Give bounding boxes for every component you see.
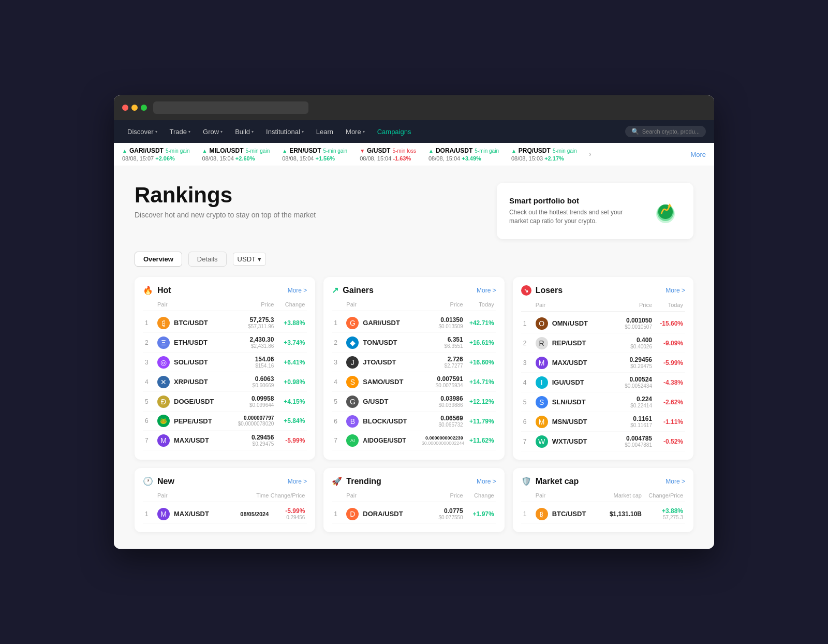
gainers-more-button[interactable]: More >: [477, 287, 496, 294]
table-row[interactable]: 2 Ξ ETH/USDT 2,430.30 $2,431.86 +3.74%: [143, 333, 307, 353]
market-cap-icon: 🛡️: [521, 476, 531, 486]
chevron-icon: ▾: [363, 129, 365, 134]
coin-icon-sln: S: [536, 396, 548, 408]
ticker-item-ern[interactable]: ▲ ERN/USDT 5-min gain 08/08, 15:04 +1.56…: [282, 147, 347, 162]
ticker-item-dora[interactable]: ▲ DORA/USDT 5-min gain 08/08, 15:04 +3.4…: [428, 147, 499, 162]
rankings-grid: 🔥 Hot More > Pair Price Change 1 ₿ BTC/U…: [135, 277, 693, 532]
table-row[interactable]: 4 ✕ XRP/USDT 0.6063 $0.60669 +0.98%: [143, 372, 307, 392]
coin-icon-max2: M: [536, 357, 548, 369]
trending-icon: 🚀: [332, 476, 342, 486]
ticker-item-prq[interactable]: ▲ PRQ/USDT 5-min gain 08/08, 15:03 +2.17…: [511, 147, 577, 162]
address-bar[interactable]: [153, 101, 308, 114]
ticker-more-button[interactable]: More: [690, 151, 706, 158]
nav-build[interactable]: Build ▾: [230, 125, 259, 139]
losers-card-header: ↘ Losers More >: [521, 285, 685, 296]
up-arrow-icon: ▲: [282, 148, 287, 154]
coin-icon-dora: D: [346, 508, 359, 520]
table-row[interactable]: 6 🐸 PEPE/USDT 0.000007797 $0.0000078020 …: [143, 412, 307, 431]
smart-bot-card[interactable]: Smart portfolio bot Check out the hottes…: [497, 183, 693, 239]
chevron-icon: ▾: [302, 129, 304, 134]
table-row[interactable]: 1 M MAX/USDT 08/05/2024 -5.99% 0.29456: [143, 504, 307, 524]
market-cap-card-title: 🛡️ Market cap: [521, 476, 579, 486]
coin-icon-samo: S: [346, 376, 359, 388]
ticker-item-milo[interactable]: ▲ MILO/USDT 5-min gain 08/08, 15:04 +2.6…: [202, 147, 270, 162]
hot-icon: 🔥: [143, 285, 153, 295]
page-subtitle: Discover hot and new crypto to stay on t…: [135, 211, 316, 219]
table-row[interactable]: 4 S SAMO/USDT 0.007591 $0.0075934 +14.71…: [332, 372, 496, 392]
svg-point-2: [658, 204, 673, 219]
coin-icon-msn: M: [536, 416, 548, 428]
table-row[interactable]: 1 D DORA/USDT 0.0775 $0.077550 +1.97%: [332, 504, 496, 524]
table-row[interactable]: 5 Ð DOGE/USDT 0.09958 $0.099644 +4.15%: [143, 392, 307, 412]
table-row[interactable]: 3 ◎ SOL/USDT 154.06 $154.16 +6.41%: [143, 353, 307, 372]
coin-icon-g: G: [346, 396, 359, 408]
smart-bot-title: Smart portfolio bot: [509, 196, 642, 205]
coin-icon-aidoge: AI: [346, 434, 359, 447]
table-row[interactable]: 1 ₿ BTC/USDT 57,275.3 $57,311.96 +3.88%: [143, 313, 307, 333]
coin-icon-ton: ◆: [346, 336, 359, 349]
new-more-button[interactable]: More >: [288, 478, 307, 485]
trending-card-header: 🚀 Trending More >: [332, 476, 496, 486]
page-header: Rankings Discover hot and new crypto to …: [135, 183, 693, 239]
table-row[interactable]: 1 O OMN/USDT 0.001050 $0.0010507 -15.60%: [521, 314, 685, 333]
up-arrow-icon: ▲: [511, 148, 516, 154]
nav-discover[interactable]: Discover ▾: [122, 125, 162, 139]
maximize-dot[interactable]: [141, 105, 147, 111]
table-row[interactable]: 6 B BLOCK/USDT 0.06569 $0.065732 +11.79%: [332, 412, 496, 431]
trending-table-header: Pair Price Change: [332, 492, 496, 502]
up-arrow-icon: ▲: [122, 148, 127, 154]
losers-more-button[interactable]: More >: [666, 287, 685, 294]
coin-icon-pepe: 🐸: [157, 415, 170, 427]
table-row[interactable]: 6 M MSN/USDT 0.1161 $0.11617 -1.11%: [521, 412, 685, 432]
nav-more[interactable]: More ▾: [341, 125, 370, 139]
trending-more-button[interactable]: More >: [477, 478, 496, 485]
table-row[interactable]: 7 W WXT/USDT 0.004785 $0.0047881 -0.52%: [521, 432, 685, 451]
ticker-next-icon[interactable]: ›: [589, 151, 592, 158]
market-cap-more-button[interactable]: More >: [666, 478, 685, 485]
coin-icon-omn: O: [536, 317, 548, 330]
page-title-section: Rankings Discover hot and new crypto to …: [135, 183, 316, 219]
nav-institutional[interactable]: Institutional ▾: [261, 125, 309, 139]
coin-icon-jto: J: [346, 356, 359, 369]
coin-icon-block: B: [346, 415, 359, 428]
table-row[interactable]: 4 I IGU/USDT 0.00524 $0.0052434 -4.38%: [521, 373, 685, 392]
search-bar[interactable]: 🔍 Search crypto, produ...: [625, 126, 706, 137]
table-row[interactable]: 3 M MAX/USDT 0.29456 $0.29475 -5.99%: [521, 353, 685, 373]
table-row[interactable]: 2 R REP/USDT 0.400 $0.40026 -9.09%: [521, 333, 685, 353]
coin-icon-wxt: W: [536, 435, 548, 448]
gainers-icon: ↗: [332, 285, 338, 295]
new-table-header: Pair Time Change/Price: [143, 492, 307, 502]
coin-icon-gari: G: [346, 317, 359, 329]
nav-learn[interactable]: Learn: [311, 125, 338, 139]
table-row[interactable]: 2 ◆ TON/USDT 6.351 $6.3551 +16.61%: [332, 333, 496, 353]
table-row[interactable]: 1 G GARI/USDT 0.01350 $0.013509 +42.71%: [332, 313, 496, 333]
hot-more-button[interactable]: More >: [288, 287, 307, 294]
nav-bar: Discover ▾ Trade ▾ Grow ▾ Build ▾ Instit…: [114, 120, 714, 143]
losers-card-title: ↘ Losers: [521, 285, 563, 296]
table-row[interactable]: 3 J JTO/USDT 2.726 $2.7277 +16.60%: [332, 353, 496, 372]
tab-details[interactable]: Details: [188, 252, 227, 267]
market-cap-card: 🛡️ Market cap More > Pair Market cap Cha…: [513, 468, 693, 532]
table-row[interactable]: 7 M MAX/USDT 0.29456 $0.29475 -5.99%: [143, 431, 307, 450]
close-dot[interactable]: [122, 105, 128, 111]
gainers-card-header: ↗ Gainers More >: [332, 285, 496, 295]
coin-icon-rep: R: [536, 337, 548, 349]
minimize-dot[interactable]: [131, 105, 138, 111]
currency-selector[interactable]: USDT ▾: [233, 253, 266, 266]
nav-campaigns[interactable]: Campaigns: [372, 125, 417, 139]
chevron-icon: ▾: [188, 129, 190, 134]
ticker-item-gari[interactable]: ▲ GARI/USDT 5-min gain 08/08, 15:07 +2.0…: [122, 147, 190, 162]
chevron-icon: ▾: [155, 129, 157, 134]
nav-grow[interactable]: Grow ▾: [198, 125, 228, 139]
ticker-item-g[interactable]: ▼ G/USDT 5-min loss 08/08, 15:04 -1.63%: [360, 147, 416, 162]
table-row[interactable]: 5 G G/USDT 0.03986 $0.039886 +12.12%: [332, 392, 496, 412]
table-row[interactable]: 7 AI AIDOGE/USDT 0.0000000002239 $0.0000…: [332, 431, 496, 450]
table-row[interactable]: 1 ₿ BTC/USDT $1,131.10B +3.88% 57,275.3: [521, 504, 685, 524]
table-row[interactable]: 5 S SLN/USDT 0.224 $0.22414 -2.62%: [521, 392, 685, 412]
coin-icon-btc: ₿: [157, 317, 170, 329]
coin-icon-btc-mc: ₿: [536, 508, 548, 520]
nav-trade[interactable]: Trade ▾: [165, 125, 196, 139]
main-content: Rankings Discover hot and new crypto to …: [114, 166, 714, 549]
tab-overview[interactable]: Overview: [135, 252, 182, 267]
coin-icon-max: M: [157, 434, 170, 447]
